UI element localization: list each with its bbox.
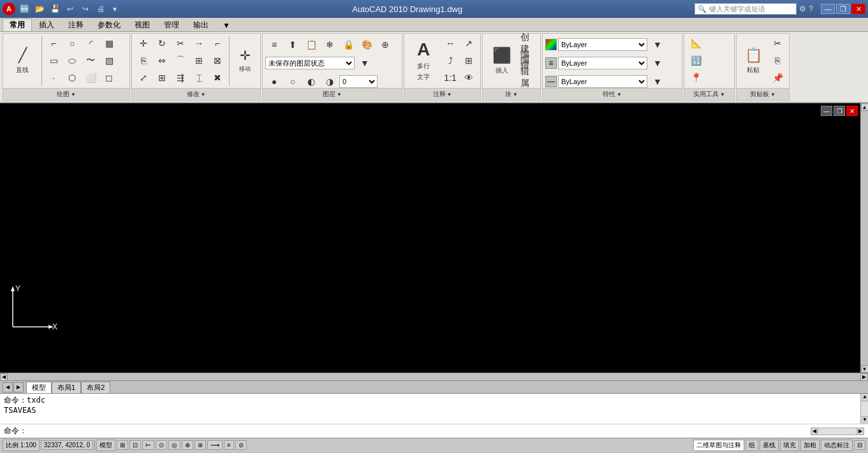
measure-btn[interactable]: 📐 <box>687 35 705 52</box>
lineweight-select[interactable]: ByLayer <box>558 75 647 88</box>
status-ortho[interactable]: ⊢ <box>142 440 154 450</box>
color-dropdown[interactable]: ▼ <box>649 36 666 53</box>
block-attr-btn[interactable]: 编辑属性 <box>520 69 538 86</box>
polyline-btn[interactable]: ⌐ <box>45 35 63 52</box>
canvas-v-scroll[interactable]: ▲ ▼ <box>860 103 868 373</box>
status-scale[interactable]: 比例 1:100 <box>3 440 40 451</box>
ellipse-btn[interactable]: ⬭ <box>63 52 81 69</box>
rotate-btn[interactable]: ↻ <box>153 35 171 52</box>
status-snap[interactable]: ⊡ <box>129 440 141 450</box>
paste-btn[interactable]: 📋 粘贴 <box>739 35 767 86</box>
scroll-left-btn[interactable]: ◀ <box>0 373 8 381</box>
gradient-btn[interactable]: ▧ <box>100 52 118 69</box>
tab-guanli[interactable]: 管理 <box>157 18 186 31</box>
point-btn[interactable]: · <box>45 69 63 86</box>
redo-btn[interactable]: ↪ <box>79 3 92 15</box>
arc-btn[interactable]: ◜ <box>82 35 99 52</box>
drawing-expand-icon[interactable]: ▼ <box>71 92 76 97</box>
join-btn[interactable]: ⊞ <box>190 52 208 69</box>
canvas-win-close[interactable]: ✕ <box>846 106 858 116</box>
layout-next-btn[interactable]: ▶ <box>13 382 24 392</box>
save-btn[interactable]: 💾 <box>48 3 61 15</box>
layout-prev-btn[interactable]: ◀ <box>3 382 13 392</box>
status-baseline[interactable]: 基线 <box>760 440 779 451</box>
array-btn[interactable]: ⊞ <box>153 69 171 86</box>
layer-color-btn[interactable]: 🎨 <box>358 36 376 53</box>
status-fill[interactable]: 填充 <box>780 440 799 451</box>
status-polar[interactable]: ⊙ <box>156 440 167 450</box>
explode-btn[interactable]: ⊠ <box>209 52 226 69</box>
command-input[interactable] <box>27 427 808 436</box>
tab-changyong[interactable]: 常用 <box>3 18 32 31</box>
layer-prev-btn[interactable]: ⬆ <box>284 36 302 53</box>
mtext-btn[interactable]: A 多行 文字 <box>407 35 440 86</box>
trim-btn[interactable]: ✂ <box>172 35 189 52</box>
tab-shuchu[interactable]: 输出 <box>186 18 216 31</box>
cmd-h-scroll-right[interactable]: ▶ <box>857 428 864 435</box>
cut-btn[interactable]: ✂ <box>769 35 786 52</box>
status-bold[interactable]: 加粗 <box>800 440 820 451</box>
layout-tab-1[interactable]: 布局1 <box>52 382 81 393</box>
cmd-scroll[interactable]: ▲ ▼ <box>860 394 868 424</box>
color-select[interactable]: ByLayer <box>558 38 647 51</box>
scroll-down-btn[interactable]: ▼ <box>861 365 869 373</box>
linetype-select[interactable]: ByLayer <box>558 57 647 69</box>
circle-btn[interactable]: ○ <box>63 35 81 52</box>
win-restore-btn[interactable]: ❐ <box>836 4 850 14</box>
annot-scale-btn[interactable]: 1:1 <box>441 69 459 86</box>
status-dynannot[interactable]: 动态标注 <box>821 440 853 451</box>
status-ducs[interactable]: ⊛ <box>195 440 206 450</box>
insert-btn[interactable]: ⬛ 插入 <box>485 35 519 86</box>
annotation-expand-icon[interactable]: ▼ <box>447 92 452 97</box>
canvas-area[interactable]: — ❐ ✕ Y X <box>0 103 860 373</box>
layout-tab-model[interactable]: 模型 <box>26 382 52 393</box>
status-workspace[interactable]: 二维草图与注释 <box>693 440 744 451</box>
layer-states-btn[interactable]: 📋 <box>302 36 320 53</box>
scroll-right-btn[interactable]: ▶ <box>860 373 868 381</box>
break-btn[interactable]: ⌶ <box>190 69 208 86</box>
multileader-btn[interactable]: ⤴ <box>441 52 459 69</box>
print-btn[interactable]: 🖨 <box>94 3 107 15</box>
scale-btn[interactable]: ⤢ <box>135 69 152 86</box>
status-model-space[interactable]: 模型 <box>96 440 115 451</box>
fill-btn[interactable]: ▦ <box>100 35 118 52</box>
win-close-btn[interactable]: ✕ <box>851 4 865 14</box>
chamfer-btn[interactable]: ⌐ <box>209 35 226 52</box>
move-btn[interactable]: ✛ <box>135 35 152 52</box>
status-dyn[interactable]: ⟿ <box>207 440 223 450</box>
quick-access-dropdown[interactable]: ▼ <box>110 3 120 15</box>
cmd-h-scroll-track[interactable] <box>818 428 857 435</box>
canvas-h-scroll[interactable]: ◀ ▶ <box>0 373 868 380</box>
layer-prop-btn[interactable]: ≡ <box>265 36 283 53</box>
polygon-btn[interactable]: ⬡ <box>63 69 81 86</box>
tab-canshuhua[interactable]: 参数化 <box>91 18 128 31</box>
copy-btn[interactable]: ⎘ <box>135 52 152 69</box>
linetype-dropdown[interactable]: ▼ <box>649 55 666 71</box>
spline-btn[interactable]: 〜 <box>82 52 99 69</box>
copy-clipboard-btn[interactable]: ⎘ <box>769 52 786 69</box>
offset-btn[interactable]: ⇶ <box>172 69 189 86</box>
tab-extra[interactable]: ▼ <box>216 18 237 31</box>
fillet-btn[interactable]: ⌒ <box>172 52 189 69</box>
status-lineweight[interactable]: ≡ <box>224 440 234 450</box>
region-btn[interactable]: ◻ <box>100 69 118 86</box>
rect-btn[interactable]: ▭ <box>45 52 63 69</box>
mirror-btn[interactable]: ⇔ <box>153 52 171 69</box>
extend-btn[interactable]: → <box>190 35 208 52</box>
options-btn[interactable]: ⚙ <box>799 4 806 13</box>
move-big-btn[interactable]: ✛ 移动 <box>232 35 258 86</box>
properties-expand-icon[interactable]: ▼ <box>617 92 622 97</box>
tab-shitu[interactable]: 视图 <box>128 18 157 31</box>
status-otrack[interactable]: ⊕ <box>182 440 193 450</box>
layout-tab-2[interactable]: 布局2 <box>81 382 110 393</box>
table-btn[interactable]: ⊞ <box>460 52 478 69</box>
search-box[interactable]: 🔍 键入关键字或短语 <box>695 3 797 15</box>
layer-state-select[interactable]: 未保存的图层状态 <box>265 57 355 69</box>
status-grid[interactable]: ⊞ <box>117 440 128 450</box>
block-expand-icon[interactable]: ▼ <box>513 92 518 97</box>
linear-dim-btn[interactable]: ↔ <box>441 35 459 52</box>
status-group[interactable]: 组 <box>746 440 758 451</box>
wipeout-btn[interactable]: ⬜ <box>82 69 99 86</box>
annot-vis-btn[interactable]: 👁 <box>460 69 478 86</box>
layer-state-dropdown[interactable]: ▼ <box>356 55 374 71</box>
